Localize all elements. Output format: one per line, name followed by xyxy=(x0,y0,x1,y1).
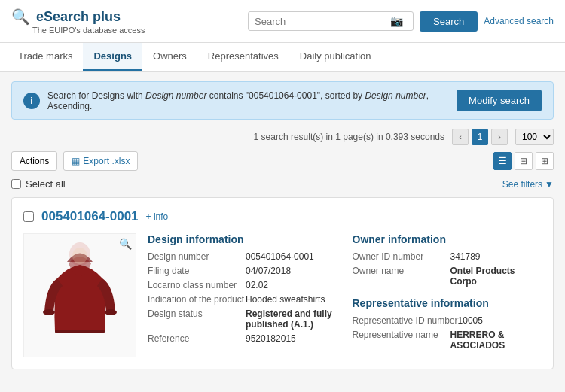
results-bar: 1 search result(s) in 1 page(s) in 0.393… xyxy=(11,129,554,145)
app-subtitle: The EUIPO's database access xyxy=(32,26,145,35)
info-banner-text: i Search for Designs with Design number … xyxy=(23,90,457,111)
result-card: 005401064-0001 + info 🔍 xyxy=(11,197,554,369)
locarno-label: Locarno class number xyxy=(148,280,246,290)
card-body: 🔍 xyxy=(23,233,542,357)
product-svg xyxy=(38,241,121,350)
rep-id-label: Representative ID number xyxy=(353,315,458,326)
rep-name-row: Representative name HERRERO & ASOCIADOS xyxy=(353,330,542,351)
tab-representatives[interactable]: Representatives xyxy=(197,43,289,71)
tab-designs[interactable]: Designs xyxy=(83,43,142,71)
advanced-search-link[interactable]: Advanced search xyxy=(484,16,554,26)
owner-info-title: Owner information xyxy=(353,233,542,245)
filing-date-label: Filing date xyxy=(148,266,246,276)
current-page: 1 xyxy=(472,129,488,145)
owner-info-section: Owner information Owner ID number 341789… xyxy=(353,233,542,287)
rep-name-label: Representative name xyxy=(353,330,450,351)
search-input-wrap: 📷 xyxy=(248,11,414,31)
owner-id-value: 341789 xyxy=(450,251,481,262)
export-button[interactable]: ▦ Export .xlsx xyxy=(63,151,138,171)
rep-name-value: HERRERO & ASOCIADOS xyxy=(450,330,542,351)
content: i Search for Designs with Design number … xyxy=(0,72,565,378)
modify-search-button[interactable]: Modify search xyxy=(457,90,542,111)
export-label: Export .xlsx xyxy=(83,156,130,166)
indication-value: Hooded sweatshirts xyxy=(246,294,325,305)
tab-owners[interactable]: Owners xyxy=(142,43,197,71)
select-all-text: Select all xyxy=(26,178,66,190)
app-title: eSearch plus xyxy=(36,9,121,25)
prev-page-button[interactable]: ‹ xyxy=(452,129,469,145)
owner-id-label: Owner ID number xyxy=(353,251,450,262)
see-filters-label: See filters xyxy=(502,179,542,190)
search-bar: 📷 Search Advanced search xyxy=(248,11,554,32)
chevron-down-icon: ▼ xyxy=(545,179,554,190)
card-checkbox[interactable] xyxy=(23,211,34,222)
reference-row: Reference 9520182015 xyxy=(148,333,337,344)
right-info: Owner information Owner ID number 341789… xyxy=(353,233,542,357)
tile-view-icon[interactable]: ⊞ xyxy=(536,152,554,170)
reference-label: Reference xyxy=(148,333,246,344)
locarno-row: Locarno class number 02.02 xyxy=(148,280,337,290)
camera-icon[interactable]: 📷 xyxy=(390,15,403,27)
info-banner-message: Search for Designs with Design number co… xyxy=(47,90,457,111)
owner-name-label: Owner name xyxy=(353,266,450,287)
toolbar-left: Actions ▦ Export .xlsx xyxy=(11,151,138,171)
card-details: Design information Design number 0054010… xyxy=(148,233,542,357)
card-header: 005401064-0001 + info xyxy=(23,209,542,224)
indication-label: Indication of the product xyxy=(148,294,246,305)
select-all-checkbox[interactable] xyxy=(11,179,21,189)
owner-name-value: Ontel Products Corpo xyxy=(450,266,542,287)
svg-point-1 xyxy=(43,309,55,315)
info-link[interactable]: + info xyxy=(146,211,169,222)
grid-view-icon[interactable]: ⊟ xyxy=(515,152,533,170)
rep-info-title: Representative information xyxy=(353,297,542,309)
status-value: Registered and fully published (A.1.) xyxy=(246,308,337,330)
logo-area: 🔍 eSearch plus The EUIPO's database acce… xyxy=(11,8,145,35)
table-icon: ▦ xyxy=(72,156,80,166)
per-page-select[interactable]: 100 50 25 xyxy=(515,129,554,145)
logo-title: 🔍 eSearch plus xyxy=(11,8,145,26)
list-view-icon[interactable]: ☰ xyxy=(493,152,512,170)
design-number-value: 005401064-0001 xyxy=(246,251,314,262)
info-banner: i Search for Designs with Design number … xyxy=(11,81,554,120)
svg-point-2 xyxy=(105,309,117,315)
select-all-bar: Select all See filters ▼ xyxy=(11,178,554,190)
nav-tabs: Trade marks Designs Owners Representativ… xyxy=(0,43,565,72)
rep-info-section: Representative information Representativ… xyxy=(353,297,542,351)
actions-button[interactable]: Actions xyxy=(11,151,57,171)
view-icons: ☰ ⊟ ⊞ xyxy=(493,152,554,170)
search-input[interactable] xyxy=(255,16,390,27)
design-number-label: Design number xyxy=(148,251,246,262)
owner-name-row: Owner name Ontel Products Corpo xyxy=(353,266,542,287)
header: 🔍 eSearch plus The EUIPO's database acce… xyxy=(0,0,565,43)
filing-date-value: 04/07/2018 xyxy=(246,266,291,276)
rep-id-value: 10005 xyxy=(458,315,483,326)
design-info-title: Design information xyxy=(148,233,337,245)
info-icon: i xyxy=(23,93,40,109)
locarno-value: 02.02 xyxy=(246,280,268,290)
results-summary: 1 search result(s) in 1 page(s) in 0.393… xyxy=(254,132,444,142)
search-icon: 🔍 xyxy=(11,8,30,26)
select-all-label[interactable]: Select all xyxy=(11,178,66,190)
design-info: Design information Design number 0054010… xyxy=(148,233,337,357)
pagination: ‹ 1 › xyxy=(452,129,508,145)
see-filters-button[interactable]: See filters ▼ xyxy=(502,179,554,190)
search-button[interactable]: Search xyxy=(420,11,478,32)
svg-point-4 xyxy=(72,248,87,264)
svg-rect-3 xyxy=(55,330,105,333)
next-page-button[interactable]: › xyxy=(491,129,508,145)
status-row: Design status Registered and fully publi… xyxy=(148,308,337,330)
tab-trademarks[interactable]: Trade marks xyxy=(8,43,83,71)
design-number-row: Design number 005401064-0001 xyxy=(148,251,337,262)
design-number-link[interactable]: 005401064-0001 xyxy=(41,209,139,224)
status-label: Design status xyxy=(148,308,246,330)
product-image: 🔍 xyxy=(23,233,136,357)
tab-daily-publication[interactable]: Daily publication xyxy=(289,43,382,71)
toolbar: Actions ▦ Export .xlsx ☰ ⊟ ⊞ xyxy=(11,151,554,171)
indication-row: Indication of the product Hooded sweatsh… xyxy=(148,294,337,305)
owner-id-row: Owner ID number 341789 xyxy=(353,251,542,262)
reference-value: 9520182015 xyxy=(246,333,296,344)
zoom-icon[interactable]: 🔍 xyxy=(119,238,132,250)
rep-id-row: Representative ID number 10005 xyxy=(353,315,542,326)
filing-date-row: Filing date 04/07/2018 xyxy=(148,266,337,276)
